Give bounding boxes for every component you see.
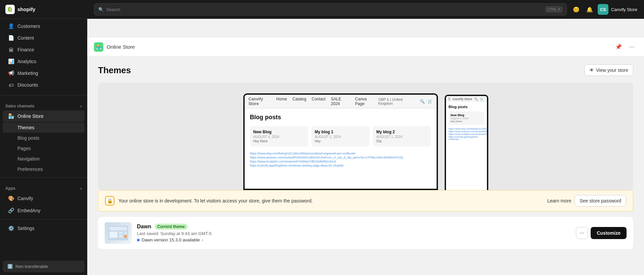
sidebar-item-finance[interactable]: 🏛 Finance: [3, 44, 85, 55]
customize-button[interactable]: Customize: [591, 227, 627, 239]
apps-header: Apps ›: [0, 183, 87, 192]
mobile-blog-card-date: August 4, 2024: [451, 117, 482, 120]
browser-nav: Home Catalog Contact SALE 2024 Canva Pag…: [276, 97, 376, 106]
sales-channels-expand-icon[interactable]: ›: [80, 103, 82, 109]
online-store-sub-items: Themes Blog posts Pages Navigation Prefe…: [0, 122, 87, 175]
sidebar-item-preferences[interactable]: Preferences: [3, 164, 85, 174]
blog-card-date-2: AUGUST 1, 2024: [376, 135, 428, 139]
blog-card-date-0: AUGUST 4, 2024: [253, 135, 305, 139]
mobile-blog-item: New Blog August 4, 2024 Hey there: [449, 111, 484, 125]
mobile-url-2: https://www.trustpilot.com/reviews/67508…: [449, 133, 484, 135]
sidebar-item-themes[interactable]: Themes: [3, 123, 85, 133]
sidebar-item-pages[interactable]: Pages: [3, 143, 85, 153]
k-key: K: [558, 7, 560, 11]
sidebar-item-customers[interactable]: 👤 Customers: [3, 20, 85, 32]
sidebar-item-discounts[interactable]: 🏷 Discounts: [3, 79, 85, 91]
theme-thumbnail: [105, 222, 132, 244]
sidebar-item-label-analytics: Analytics: [17, 59, 36, 64]
nav-contact: Contact: [312, 97, 326, 106]
search-bar[interactable]: 🔍 Search CTRL K: [94, 3, 567, 15]
nav-catalog: Catalog: [292, 97, 306, 106]
sidebar-item-label-discounts: Discounts: [17, 82, 38, 88]
shopify-logo-text: shopify: [17, 6, 35, 12]
theme-more-button[interactable]: ···: [576, 227, 588, 239]
view-store-button[interactable]: 👁 View your store: [584, 64, 633, 76]
search-placeholder: Search: [106, 7, 120, 12]
mobile-hamburger-icon: ☰: [448, 97, 451, 101]
pin-button[interactable]: 📌: [613, 42, 624, 52]
nav-sale: SALE 2024: [331, 97, 350, 106]
marketing-icon: 📢: [8, 70, 14, 76]
sidebar-item-label-embedany: EmbedAny: [17, 208, 40, 213]
sidebar-item-embedany[interactable]: 🔗 EmbedAny: [3, 205, 85, 216]
mobile-url-3: https://canvify.app/blog/best-christmas.…: [449, 136, 484, 140]
canvify-icon: 🎨: [8, 195, 14, 201]
sidebar-item-label-pages: Pages: [17, 146, 31, 151]
preview-screens: Canvify Store Home Catalog Contact SALE …: [230, 83, 502, 190]
sales-channels-header: Sales channels ›: [0, 101, 87, 110]
more-options-button[interactable]: ⋯: [627, 42, 637, 52]
help-icon: 😊: [573, 6, 580, 13]
version-dot: [137, 239, 140, 241]
nav-home: Home: [276, 97, 287, 106]
sidebar-item-online-store[interactable]: 🏪 Online Store: [3, 110, 85, 122]
theme-thumb-inner: [105, 222, 132, 244]
sidebar-item-blog-posts[interactable]: Blog posts: [3, 133, 85, 143]
dev-banner: 🔒 Your online store is in development. T…: [98, 190, 633, 212]
see-store-password-button[interactable]: See store password: [575, 195, 626, 207]
blog-card-snippet-2: Ola: [376, 139, 428, 143]
search-preview-icon: 🔍: [420, 99, 425, 104]
svg-rect-6: [124, 235, 127, 238]
cart-preview-icon: 🛒: [428, 99, 433, 104]
eye-icon: 👁: [589, 67, 594, 73]
sidebar-item-navigation[interactable]: Navigation: [3, 154, 85, 164]
sidebar-item-marketing[interactable]: 📢 Marketing: [3, 67, 85, 79]
sidebar-item-canvify[interactable]: 🎨 Canvify: [3, 193, 85, 204]
sidebar-item-label-online-store: Online Store: [17, 113, 44, 119]
blog-card-title-1: My blog 1: [315, 130, 366, 134]
sidebar-item-analytics[interactable]: 📊 Analytics: [3, 56, 85, 67]
topbar: shopify: [0, 0, 87, 19]
page-header: Themes 👁 View your store: [98, 64, 633, 76]
sidebar-item-label-blog-posts: Blog posts: [17, 135, 39, 141]
svg-rect-4: [119, 235, 123, 238]
dev-banner-message: Your online store is in development. To …: [118, 198, 543, 203]
avatar[interactable]: CS: [598, 4, 608, 15]
main-content: Themes 👁 View your store Canvify Store H…: [87, 56, 644, 275]
mobile-url-list: https://www.etsy.com/listing/1811861495/…: [449, 128, 484, 140]
blog-card-title-2: My blog 2: [376, 130, 428, 134]
sidebar-item-label-customers: Customers: [17, 24, 40, 29]
topbar-help-button[interactable]: 😊: [571, 4, 582, 15]
theme-name-row: Dawn Current theme: [137, 224, 571, 230]
svg-rect-5: [124, 232, 127, 234]
theme-version-row: Dawn version 15.3.0 available ›: [137, 237, 571, 242]
apps-expand-icon[interactable]: ›: [80, 186, 82, 191]
mobile-blog-card-snippet: Hey there: [451, 120, 482, 123]
sidebar-item-label-finance: Finance: [17, 47, 34, 52]
desktop-preview: Canvify Store Home Catalog Contact SALE …: [243, 93, 438, 190]
search-icon: 🔍: [98, 7, 104, 12]
customers-icon: 👤: [8, 23, 14, 29]
desktop-screen: Canvify Store Home Catalog Contact SALE …: [245, 95, 437, 189]
shopify-logo-icon: [5, 5, 15, 14]
topbar-icons: 😊 🔔 CS Canvify Store: [571, 4, 637, 15]
lock-icon: 🔒: [105, 196, 114, 205]
settings-icon: ⚙️: [8, 225, 14, 231]
theme-item: Dawn Current theme Last saved: Sunday at…: [98, 217, 633, 249]
blog-card-0: New Blog AUGUST 4, 2024 Hey there: [250, 126, 308, 146]
learn-more-link[interactable]: Learn more: [547, 198, 572, 203]
sidebar-item-content[interactable]: 📄 Content: [3, 32, 85, 44]
mobile-search-icon: 🔍: [474, 97, 478, 101]
current-theme-badge: Current theme: [155, 224, 188, 230]
mobile-screen: ☰ Canvify Store 🔍 🛒 Blog posts New Blog …: [446, 96, 487, 190]
non-transferable-badge[interactable]: ℹ️ Non-transferable: [3, 261, 85, 272]
blog-grid: New Blog AUGUST 4, 2024 Hey there My blo…: [250, 126, 431, 146]
embedany-icon: 🔗: [8, 208, 14, 214]
topbar-notifications-button[interactable]: 🔔: [584, 4, 595, 15]
mobile-blog-title: Blog posts: [449, 105, 484, 109]
mobile-url-0: https://www.etsy.com/listing/1811861495/…: [449, 128, 484, 130]
main-topbar: 🔍 Search CTRL K 😊 🔔 CS Canvify Store: [87, 0, 644, 19]
sidebar-item-label-navigation: Navigation: [17, 156, 40, 162]
sidebar-item-settings[interactable]: ⚙️ Settings: [3, 223, 85, 234]
theme-info: Dawn Current theme Last saved: Sunday at…: [137, 224, 571, 242]
